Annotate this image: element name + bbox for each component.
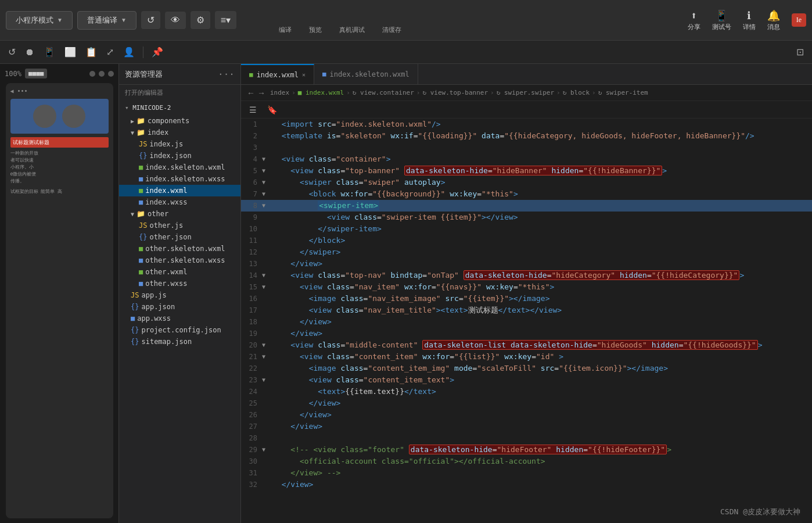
tab-skeleton-wxml[interactable]: ■ index.skeleton.wxml bbox=[314, 64, 418, 84]
file-index-js[interactable]: JS index.js bbox=[119, 138, 240, 150]
copy-icon-btn[interactable]: 📋 bbox=[82, 44, 100, 60]
compile-label: 普通编译 bbox=[87, 15, 117, 26]
back-button[interactable]: ← bbox=[247, 88, 255, 98]
tab-close-icon[interactable]: ✕ bbox=[302, 71, 306, 78]
js-file-icon: JS bbox=[131, 291, 139, 299]
code-line-14: 14 ▼ <view class="top-nav" bindtap="onTa… bbox=[241, 270, 812, 281]
editor-area: ■ index.wxml ✕ ■ index.skeleton.wxml ← →… bbox=[241, 64, 812, 523]
code-line-26: 26 </view> bbox=[241, 409, 812, 421]
file-sitemap-json[interactable]: {} sitemap.json bbox=[119, 336, 240, 348]
explorer-section-open[interactable]: 打开的编辑器 bbox=[119, 85, 240, 101]
tag-icon5: ↻ bbox=[598, 89, 606, 96]
details-button[interactable]: ℹ 详情 bbox=[743, 9, 756, 31]
file-app-js[interactable]: JS app.js bbox=[119, 289, 240, 301]
phone-icon-btn[interactable]: 📱 bbox=[40, 44, 59, 60]
code-line-8: 8 ▼ <swiper-item> bbox=[241, 200, 812, 212]
mode-label: 小程序模式 bbox=[16, 15, 53, 26]
file-project-config-json[interactable]: {} project.config.json bbox=[119, 324, 240, 336]
record-icon-btn[interactable]: ⏺ bbox=[21, 45, 38, 60]
folder-icon: 📁 bbox=[136, 128, 145, 137]
breadcrumb-swiper[interactable]: ↻ swiper.swiper bbox=[497, 89, 554, 96]
file-other-skeleton-wxml[interactable]: ■ other.skeleton.wxml bbox=[119, 243, 240, 255]
settings-button[interactable]: ⚙ bbox=[191, 11, 210, 29]
file-other-js[interactable]: JS other.js bbox=[119, 220, 240, 231]
code-line-21: 21 ▼ <view class="content_item" wx:for="… bbox=[241, 351, 812, 363]
breadcrumb-index[interactable]: index bbox=[270, 89, 289, 96]
file-index-json[interactable]: {} index.json bbox=[119, 150, 240, 162]
bookmark-icon-btn[interactable]: 🔖 bbox=[264, 104, 281, 116]
code-line-18: 18 </view> bbox=[241, 316, 812, 328]
sim-screen: ◀••• 试标题测试标题 一种新的开放 者可以快速 小程序。小 e微信内被便 传… bbox=[6, 83, 113, 518]
code-line-32: 32 </view> bbox=[241, 479, 812, 490]
wxml-file-icon: ■ bbox=[139, 268, 143, 276]
code-line-27: 27 </view> bbox=[241, 421, 812, 432]
mode-button[interactable]: 小程序模式 ▼ bbox=[6, 11, 73, 30]
details-icon: ℹ bbox=[747, 9, 751, 22]
test-account-icon: 📱 bbox=[715, 9, 728, 22]
compile-button[interactable]: 普通编译 ▼ bbox=[77, 11, 136, 30]
folder-icon: 📁 bbox=[136, 117, 145, 125]
file-other-skeleton-wxss[interactable]: ■ other.skeleton.wxss bbox=[119, 255, 240, 266]
file-other-json[interactable]: {} other.json bbox=[119, 231, 240, 243]
wxml-icon: ■ bbox=[298, 89, 306, 96]
menu-icon-btn[interactable]: ☰ bbox=[246, 104, 260, 116]
sim-dot-2 bbox=[99, 71, 105, 77]
file-index-skeleton-wxss[interactable]: ■ index.skeleton.wxss bbox=[119, 173, 240, 185]
folder-other[interactable]: ▼ 📁 other bbox=[119, 208, 240, 220]
wxss-file-icon: ■ bbox=[139, 280, 143, 288]
breadcrumb-container[interactable]: ↻ view.container bbox=[353, 89, 414, 96]
file-index-wxss[interactable]: ■ index.wxss bbox=[119, 196, 240, 208]
breadcrumb: ← → index › ■ index.wxml › ↻ view.contai… bbox=[241, 85, 812, 101]
breadcrumb-block[interactable]: ↻ block bbox=[563, 89, 590, 96]
compile-label-text: 编译 bbox=[279, 26, 292, 34]
explorer-section-project[interactable]: ▾ MINICODE-2 bbox=[119, 101, 240, 115]
file-app-json[interactable]: {} app.json bbox=[119, 301, 240, 313]
file-app-wxss[interactable]: ■ app.wxss bbox=[119, 313, 240, 324]
breadcrumb-swiper-item[interactable]: ↻ swiper-item bbox=[598, 89, 648, 96]
code-line-16: 16 <image class="nav_item_image" src="{{… bbox=[241, 293, 812, 305]
clear-cache-label: 清缓存 bbox=[382, 26, 401, 34]
sim-circle-2 bbox=[62, 105, 85, 128]
breadcrumb-file[interactable]: ■ index.wxml bbox=[298, 89, 344, 96]
expand-icon-btn[interactable]: ⤢ bbox=[103, 44, 117, 60]
folder-components[interactable]: ▶ 📁 components bbox=[119, 115, 240, 127]
code-line-13: 13 </view> bbox=[241, 258, 812, 270]
editor-toolbar: ☰ 🔖 bbox=[241, 101, 812, 119]
json-file-icon: {} bbox=[139, 233, 147, 241]
file-explorer: 资源管理器 ··· 打开的编辑器 ▾ MINICODE-2 ▶ 📁 compon… bbox=[119, 64, 241, 523]
code-line-31: 31 </view> --> bbox=[241, 467, 812, 479]
file-index-skeleton-wxml[interactable]: ■ index.skeleton.wxml bbox=[119, 162, 240, 173]
preview-button[interactable]: 👁 bbox=[165, 12, 186, 29]
share-icon: ⬆ bbox=[691, 9, 697, 22]
js-file-icon: JS bbox=[139, 221, 147, 230]
corner-indicator: Ie bbox=[792, 13, 806, 27]
json-file-icon: {} bbox=[131, 303, 139, 311]
file-other-wxml[interactable]: ■ other.wxml bbox=[119, 266, 240, 278]
test-account-button[interactable]: 📱 测试号 bbox=[712, 9, 731, 31]
notifications-button[interactable]: 🔔 消息 bbox=[767, 9, 780, 31]
json-file-icon: {} bbox=[131, 326, 139, 334]
code-line-20: 20 ▼ <view class="middle-content" data-s… bbox=[241, 339, 812, 351]
share-button[interactable]: ⬆ 分享 bbox=[688, 9, 700, 31]
refresh-button[interactable]: ↺ bbox=[141, 11, 160, 29]
breadcrumb-top-banner[interactable]: ↻ view.top-banner bbox=[422, 89, 488, 96]
sim-controls: 100% ■■■■ bbox=[5, 69, 114, 78]
csdn-watermark: CSDN @皮皮冰要做大神 bbox=[720, 507, 800, 517]
avatar-icon-btn[interactable]: 👤 bbox=[120, 44, 138, 60]
more-button[interactable]: ≡▾ bbox=[215, 11, 236, 29]
sim-dot-3 bbox=[108, 71, 114, 77]
code-editor[interactable]: 1 <import src="index.skeleton.wxml"/> 2 … bbox=[241, 119, 812, 523]
toolbar-right: ⬆ 分享 📱 测试号 ℹ 详情 🔔 消息 Ie bbox=[688, 9, 806, 31]
split-icon-btn[interactable]: ⬜ bbox=[61, 44, 80, 60]
file-other-wxss[interactable]: ■ other.wxss bbox=[119, 278, 240, 289]
maximize-icon-btn[interactable]: ⊡ bbox=[793, 44, 807, 60]
code-line-23: 23 ▼ <view class="content_item_text"> bbox=[241, 374, 812, 386]
forward-button[interactable]: → bbox=[257, 88, 265, 98]
folder-index[interactable]: ▼ 📁 index bbox=[119, 127, 240, 138]
file-index-wxml[interactable]: ■ index.wxml bbox=[119, 185, 240, 196]
refresh-icon-btn[interactable]: ↺ bbox=[5, 44, 19, 60]
mode-arrow-icon: ▼ bbox=[57, 17, 63, 23]
tab-index-wxml[interactable]: ■ index.wxml ✕ bbox=[241, 64, 314, 84]
pin-icon-btn[interactable]: 📌 bbox=[148, 44, 167, 60]
explorer-more-icon[interactable]: ··· bbox=[218, 69, 235, 80]
